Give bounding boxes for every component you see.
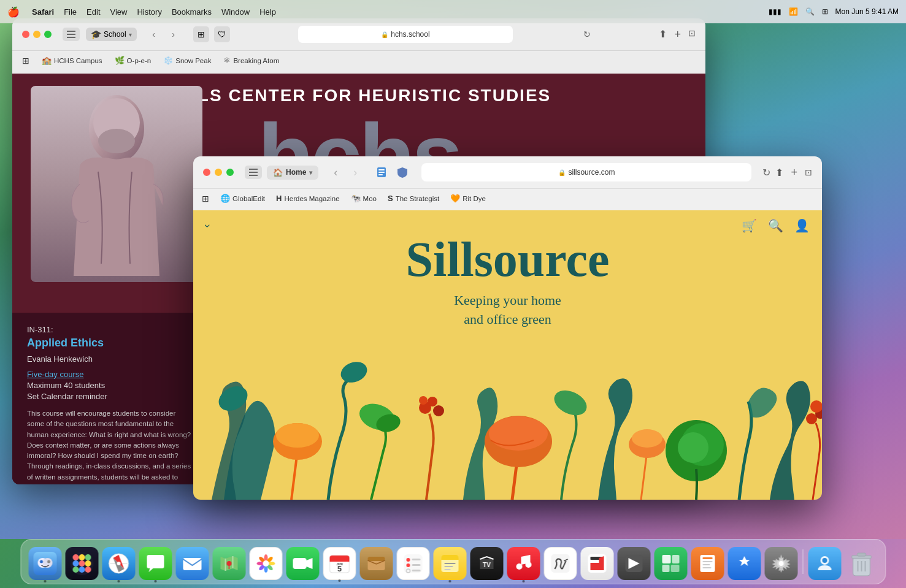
sidebar-toggle-front[interactable] [245,166,262,179]
app-name[interactable]: Safari [32,7,54,17]
grid-icon-back[interactable]: ⊞ [22,56,29,66]
tab-overview-icon-back[interactable]: ⊡ [688,28,696,41]
dock-migration[interactable] [808,547,841,580]
bookmark-globaledit[interactable]: 🌐 GlobalEdit [220,194,265,203]
svg-rect-102 [702,567,711,568]
minimize-button-back[interactable] [33,31,40,38]
maximize-button-front[interactable] [226,169,234,176]
bookmark-snow[interactable]: ❄️ Snow Peak [163,56,211,65]
dock-reminders[interactable] [396,547,429,580]
forward-button[interactable]: › [165,26,182,43]
address-bar-back[interactable]: 🔒 hchs.school [298,26,513,43]
tab-overview-icon-front[interactable]: ⊡ [805,167,812,177]
nav-dropdown-icon[interactable]: › [201,224,214,227]
dock-pages[interactable] [691,547,724,580]
dock-settings[interactable] [764,547,797,580]
svg-point-86 [516,563,522,570]
bookmark-strategist[interactable]: S The Strategist [388,194,439,203]
sidebar-toggle-back[interactable] [63,28,80,41]
traffic-lights-back[interactable] [22,31,52,38]
bookmark-open[interactable]: 🌿 O-p-e-n [115,56,152,65]
messages-running-dot [154,580,156,582]
svg-point-25 [550,386,591,420]
lock-icon-front: 🔒 [558,169,566,176]
new-tab-icon-back[interactable]: + [674,28,681,41]
reload-icon-back[interactable]: ↻ [583,29,591,39]
dock-appletv[interactable]: TV [470,547,503,580]
dock-appstore[interactable] [727,547,761,580]
course-calendar[interactable]: Set Calendar reminder [27,392,194,401]
dock-launchpad[interactable] [65,547,98,580]
bookmark-ritdye[interactable]: 🧡 Rit Dye [450,194,486,203]
svg-point-21 [433,405,444,416]
dock-calendar[interactable]: JUN 5 [323,547,356,580]
back-button[interactable]: ‹ [145,26,163,43]
menu-help[interactable]: Help [259,7,276,17]
user-icon[interactable]: 👤 [794,218,810,233]
dock-music[interactable] [507,547,540,580]
svg-point-75 [406,563,410,567]
close-button-front[interactable] [203,169,210,176]
dock-masterproject[interactable] [617,547,650,580]
tab-group-back[interactable]: 🎓 School ▾ [86,28,137,41]
ext-shield-icon[interactable] [394,164,410,180]
dock-photos[interactable] [249,547,282,580]
bm-atom-icon: ⚛ [223,56,231,65]
svg-rect-101 [702,564,710,565]
ext-notebook-icon[interactable] [374,164,390,180]
search-nav-icon[interactable]: 🔍 [768,218,783,233]
calendar-running-dot [338,579,340,582]
cart-icon[interactable]: 🛒 [742,218,757,233]
share-icon-back[interactable]: ⬆ [659,28,667,41]
svg-point-41 [79,554,85,560]
controlcenter-icon[interactable]: ⊞ [822,7,828,16]
dock-numbers[interactable] [654,547,687,580]
menu-window[interactable]: Window [221,7,250,17]
dock-maps[interactable] [212,547,245,580]
grid-icon-front[interactable]: ⊞ [202,194,209,204]
maximize-button-back[interactable] [44,31,52,38]
tab-dropdown-icon[interactable]: ▾ [129,31,132,38]
forward-button-front[interactable]: › [347,164,364,181]
tab-chevron-icon: ▾ [309,169,312,176]
minimize-button-front[interactable] [215,169,222,176]
course-duration[interactable]: Five-day course [27,370,194,379]
dock-freeform[interactable] [543,547,577,580]
extensions-icon-back[interactable]: ⊞ [193,26,209,42]
menu-history[interactable]: History [137,7,161,17]
menu-file[interactable]: File [64,7,77,17]
nav-buttons-back: ‹ › [145,26,182,43]
reload-icon-front[interactable]: ↻ [762,167,770,178]
bookmark-hchs[interactable]: 🏫 HCHS Campus [42,56,102,65]
back-button-front[interactable]: ‹ [327,164,344,181]
dock-noteship[interactable] [359,547,393,580]
menu-bookmarks[interactable]: Bookmarks [172,7,212,17]
bookmark-herdes[interactable]: H Herdes Magazine [276,194,340,203]
safari-chrome-back: 🎓 School ▾ ‹ › ⊞ 🛡 🔒 hchs.school ↻ ⬆ + ⊡ [12,18,705,74]
address-bar-front[interactable]: 🔒 sillsource.com [421,163,751,181]
svg-point-48 [85,567,91,573]
bookmark-moo[interactable]: 🐄 Moo [351,194,377,203]
dock-facetime[interactable] [286,547,319,580]
dock-trash[interactable] [845,547,878,580]
dock-mail[interactable] [175,547,209,580]
close-button-back[interactable] [22,31,29,38]
dock-news[interactable] [580,547,613,580]
share-icon-front[interactable]: ⬆ [775,167,783,178]
menu-view[interactable]: View [110,7,128,17]
dock-finder[interactable] [28,547,61,580]
dock-safari[interactable] [102,547,135,580]
dock-messages[interactable] [139,547,172,580]
search-icon[interactable]: 🔍 [805,7,815,16]
tab-label-school[interactable]: School [104,30,126,39]
dock-notes[interactable] [433,547,466,580]
svg-point-47 [79,567,85,573]
bookmark-atom[interactable]: ⚛ Breaking Atom [223,56,279,65]
tab-home[interactable]: 🏠 Home ▾ [267,166,318,180]
traffic-lights-front[interactable] [203,169,234,176]
apple-menu[interactable]: 🍎 [7,6,20,18]
menu-edit[interactable]: Edit [86,7,100,17]
shield-icon-back[interactable]: 🛡 [214,26,230,42]
new-tab-icon-front[interactable]: + [791,166,797,179]
course-title[interactable]: Applied Ethics [27,337,194,349]
